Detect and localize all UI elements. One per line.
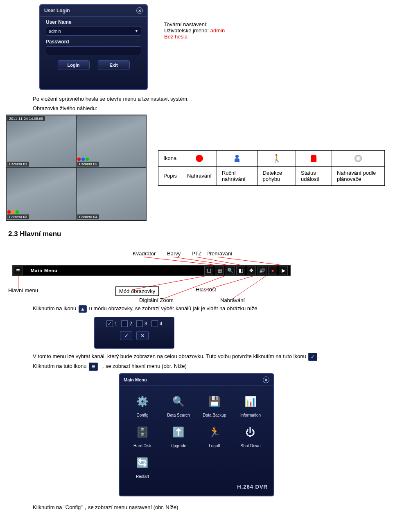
menu-label: Upgrade bbox=[171, 444, 186, 448]
label-nahravani: Nahrávání bbox=[220, 297, 245, 303]
gear-icon: ⚙️ bbox=[133, 392, 151, 410]
menu-label: Data Search bbox=[167, 413, 190, 417]
menu-label: Hard Disk bbox=[133, 444, 151, 448]
label-prehravani: Přehrávání bbox=[206, 250, 233, 257]
svg-line-2 bbox=[174, 257, 228, 265]
label-hlavni-menu: Hlavní menu bbox=[8, 287, 38, 293]
close-icon[interactable]: ✕ bbox=[136, 7, 143, 14]
channel-confirm-text: V tomto menu lze vybrat kanál, který bud… bbox=[33, 353, 385, 361]
username-select[interactable]: admin ▼ bbox=[46, 27, 141, 36]
schedule-icon bbox=[355, 155, 362, 162]
record-menu-icon[interactable]: ● bbox=[268, 266, 277, 275]
menu-item-config[interactable]: ⚙️Config bbox=[124, 392, 160, 417]
channel-checkbox-2[interactable] bbox=[121, 320, 128, 327]
menu-label: Logoff bbox=[209, 444, 220, 448]
menu-item-upgrade[interactable]: ⬆️Upgrade bbox=[160, 423, 196, 448]
menu-icon-text: Kliknutím na tuto ikonu ≣ ，se zobrazí hl… bbox=[33, 363, 385, 371]
confirm-button[interactable]: ✓ bbox=[120, 331, 132, 340]
login-title: User Login bbox=[44, 8, 70, 14]
label-hlasitost: Hlasitost bbox=[196, 286, 216, 293]
text-chan1b: . bbox=[318, 353, 320, 359]
playback-icon[interactable]: ▶ bbox=[279, 266, 288, 275]
camera-label: Camera 02 bbox=[77, 162, 99, 167]
text-part1: Kliknutím na ikonu bbox=[33, 305, 78, 311]
main-menu-title: Main Menu bbox=[124, 377, 147, 382]
menu-label: Data Backup bbox=[203, 413, 226, 417]
check-icon[interactable]: ✓ bbox=[308, 353, 317, 361]
menu-item-hard-disk[interactable]: 🗄️Hard Disk bbox=[124, 423, 160, 448]
camera-cell-1[interactable]: 2011-11-24 14:08:09 Camera 01 bbox=[7, 115, 76, 167]
record-icon bbox=[196, 155, 203, 162]
menubar-title: Main Menu bbox=[31, 268, 58, 273]
camera-cell-2[interactable]: Camera 02 bbox=[77, 115, 146, 167]
label-ptz: PTZ bbox=[192, 250, 202, 257]
menu-item-data-backup[interactable]: 💾Data Backup bbox=[196, 392, 233, 417]
camera-cell-4[interactable]: Camera 04 bbox=[77, 168, 146, 220]
info-icon: 📊 bbox=[242, 392, 260, 410]
factory-settings-note: Tovární nastavení: Uživatelské jméno: ad… bbox=[164, 21, 225, 40]
search-icon: 🔍 bbox=[169, 392, 187, 410]
camera-label: Camera 04 bbox=[77, 214, 99, 219]
chevron-down-icon[interactable]: ▼ bbox=[135, 29, 138, 33]
motion-icon: 🚶 bbox=[272, 154, 281, 162]
camera-cell-3[interactable]: Camera 03 bbox=[7, 168, 76, 220]
channel-selector: 1 2 3 4 ✓ ✕ bbox=[94, 317, 174, 349]
camera-label: Camera 03 bbox=[7, 214, 29, 219]
quad-view-icon[interactable]: ▦ bbox=[215, 266, 224, 275]
factory-password: Bez hesla bbox=[164, 34, 225, 40]
legend-recording: Nahrávání bbox=[182, 166, 217, 185]
label-kvadrator: Kvadrátor bbox=[133, 250, 156, 257]
menu-label: Information bbox=[240, 413, 261, 417]
password-input[interactable] bbox=[46, 46, 141, 55]
svg-line-1 bbox=[144, 257, 216, 265]
up-arrow-icon[interactable]: ▲ bbox=[79, 305, 87, 313]
after-login-text: Po vložení správného hesla se otevře men… bbox=[33, 96, 385, 102]
live-preview-label: Obrazovka živého náhledu: bbox=[33, 105, 385, 111]
channel-checkbox-4[interactable] bbox=[151, 320, 158, 327]
menu-label: Restart bbox=[136, 474, 149, 479]
factory-username: admin bbox=[210, 27, 225, 34]
text-chan1a: V tomto menu lze vybrat kanál, který bud… bbox=[33, 353, 307, 359]
menu-item-data-search[interactable]: 🔍Data Search bbox=[160, 392, 196, 417]
color-icon[interactable]: ◧ bbox=[236, 266, 245, 275]
menu-label: Config bbox=[137, 413, 149, 417]
label-barvy: Barvy bbox=[167, 250, 181, 257]
text-part2: u módu obrazovky, se zobrazí výběr kanál… bbox=[89, 305, 257, 311]
channel-num-1: 1 bbox=[115, 321, 117, 327]
channel-num-3: 3 bbox=[145, 321, 147, 327]
label-digitalni-zoom: Digitální Zoom bbox=[139, 297, 174, 303]
factory-line1: Tovární nastavení: bbox=[164, 21, 225, 27]
cancel-button[interactable]: ✕ bbox=[136, 331, 149, 340]
zoom-icon[interactable]: 🔍 bbox=[226, 266, 235, 275]
main-menu-window: Main Menu ✕ ⚙️Config 🔍Data Search 💾Data … bbox=[119, 373, 274, 496]
section-heading: 2.3 Hlavní menu bbox=[8, 230, 385, 238]
login-button[interactable]: Login bbox=[58, 60, 90, 70]
backup-icon: 💾 bbox=[206, 392, 224, 410]
ptz-icon[interactable]: ✥ bbox=[247, 266, 256, 275]
close-icon[interactable]: ✕ bbox=[263, 376, 269, 383]
legend-status: Status události bbox=[296, 166, 332, 185]
menu-item-shutdown[interactable]: ⏻Shut Down bbox=[233, 423, 269, 448]
menu-item-logoff[interactable]: 🏃Logoff bbox=[196, 423, 233, 448]
menu-list-icon[interactable]: ≣ bbox=[89, 363, 98, 371]
factory-line2a: Uživatelské jméno: bbox=[164, 27, 210, 34]
menu-item-restart[interactable]: 🔄Restart bbox=[124, 454, 160, 479]
upgrade-icon: ⬆️ bbox=[169, 423, 187, 441]
logoff-icon: 🏃 bbox=[206, 423, 224, 441]
single-view-icon[interactable]: ▢ bbox=[204, 266, 213, 275]
label-mod-obrazovky: Mód obrazovky bbox=[115, 286, 159, 296]
menu-label: Shut Down bbox=[241, 444, 261, 448]
exit-button[interactable]: Exit bbox=[98, 60, 130, 70]
menu-icon[interactable]: ≣ bbox=[14, 266, 23, 275]
main-menu-bar: ≣ Main Menu ▢ ▦ 🔍 ◧ ✥ 🔊 ● ▶ bbox=[12, 265, 291, 276]
camera-label: Camera 01 bbox=[7, 162, 29, 167]
click-icon-text: Kliknutím na ikonu ▲ u módu obrazovky, s… bbox=[33, 305, 385, 313]
channel-checkbox-3[interactable] bbox=[136, 320, 143, 327]
volume-icon[interactable]: 🔊 bbox=[257, 266, 267, 275]
login-dialog: User Login ✕ User Name admin ▼ Password … bbox=[39, 4, 148, 90]
hdd-icon: 🗄️ bbox=[133, 423, 151, 441]
restart-icon: 🔄 bbox=[133, 454, 151, 472]
person-icon bbox=[234, 155, 240, 162]
menu-item-information[interactable]: 📊Information bbox=[233, 392, 269, 417]
channel-checkbox-1[interactable] bbox=[106, 320, 113, 327]
